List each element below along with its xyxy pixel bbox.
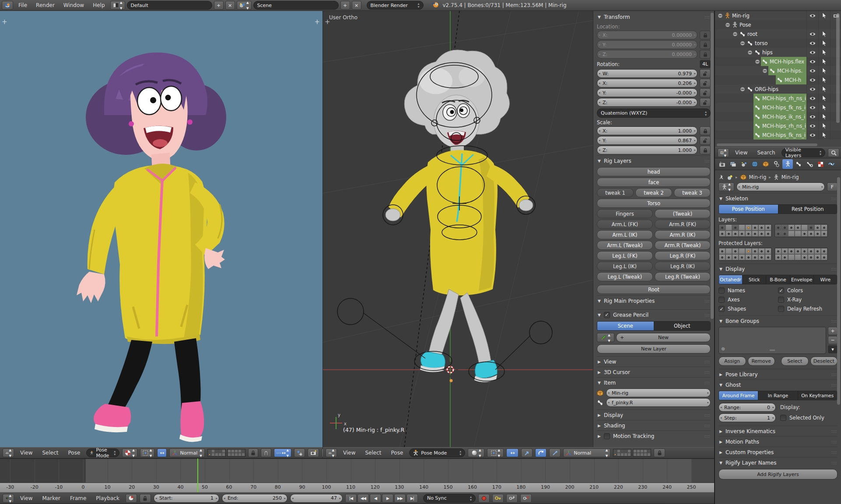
restrict-select-icon[interactable]: [818, 130, 830, 140]
editor-type-info-icon[interactable]: [2, 1, 13, 10]
panel-rig-layers-header[interactable]: ▼Rig Layers::::: [597, 155, 711, 166]
grease-pencil-draw-dropdown[interactable]: ▴▾: [597, 333, 614, 342]
expand-icon[interactable]: [755, 59, 761, 64]
timeline-ruler[interactable]: -30-20-100102030405060708090100110120130…: [0, 483, 714, 492]
rotation-mode-dropdown[interactable]: Quaternion (WXYZ)▴▾: [597, 108, 711, 118]
panel-bone-groups-header[interactable]: ▼Bone Groups::::: [718, 315, 837, 326]
restrict-select-icon[interactable]: [818, 48, 830, 57]
restrict-select-icon[interactable]: [818, 75, 830, 84]
scene-icon[interactable]: ▴▾: [237, 1, 252, 10]
npanel-collapsed-plus-icon[interactable]: +: [314, 18, 320, 26]
rig-layer-leg-l-fk-[interactable]: Leg.L (FK): [597, 251, 653, 260]
panel-custom-properties-header[interactable]: ▶Custom Properties::::: [718, 447, 837, 457]
checkbox-axes[interactable]: [718, 297, 725, 303]
opengl-render-still-icon[interactable]: [308, 448, 319, 457]
lock-closed-icon[interactable]: [700, 50, 711, 59]
checkbox-names[interactable]: [718, 287, 725, 294]
eye-icon[interactable]: [806, 130, 818, 140]
panel-ghost-header[interactable]: ▼Ghost::::: [718, 379, 837, 390]
menu-frame[interactable]: Frame: [67, 495, 90, 501]
rig-layer-arm-l-fk-[interactable]: Arm.L (FK): [597, 220, 653, 229]
outliner-row-mch-hips-ik-ns-i[interactable]: MCH-hips_ik_ns_i: [715, 112, 841, 121]
checkbox-x-ray[interactable]: [778, 297, 784, 303]
editor-type-timeline-icon[interactable]: ▴▾: [3, 494, 14, 503]
pivot-point-dropdown[interactable]: ▴▾: [487, 448, 504, 457]
play-reverse-button[interactable]: ◀: [370, 494, 381, 503]
protected-layers-group-2[interactable]: [774, 248, 828, 261]
armature-layers-group-1[interactable]: [718, 224, 772, 237]
breadcrumb-object[interactable]: Min-rig: [749, 174, 767, 180]
next-keyframe-button[interactable]: ▶▶: [394, 494, 406, 503]
rig-layer-arm-l-tweak-[interactable]: Arm.L (Tweak): [597, 241, 653, 250]
panel-motion-tracking-header[interactable]: ▶Motion Tracking::::: [597, 430, 711, 441]
outliner-row-mch-hips-flex[interactable]: MCH-hips.flex: [715, 57, 841, 66]
layers-widget[interactable]: [207, 449, 245, 457]
jump-to-start-button[interactable]: |◀: [345, 494, 357, 503]
rig-layer-fingers[interactable]: Fingers: [597, 209, 653, 218]
search-icon[interactable]: [828, 148, 839, 157]
snap-magnet-icon[interactable]: [261, 448, 271, 457]
manipulator-toggle[interactable]: ↔: [506, 448, 519, 457]
restrict-select-icon[interactable]: [818, 94, 830, 103]
tab-on-keyframes[interactable]: On Keyframes: [798, 391, 837, 400]
lock-closed-icon[interactable]: [700, 40, 711, 49]
transform-field-rotation-z[interactable]: Z:-0.000: [597, 98, 697, 107]
lock-open-icon[interactable]: [700, 136, 711, 145]
menu-window[interactable]: Window: [60, 2, 88, 8]
properties-tab-bone-constraints[interactable]: [804, 159, 815, 169]
restrict-select-icon[interactable]: [818, 11, 830, 20]
checkbox-colors[interactable]: ✓: [778, 287, 784, 294]
selected-only-checkbox[interactable]: [780, 415, 786, 421]
menu-help[interactable]: Help: [89, 2, 108, 8]
lock-open-icon[interactable]: [700, 88, 711, 97]
menu-pose[interactable]: Pose: [388, 450, 407, 456]
rig-layer-leg-r-ik-[interactable]: Leg.R (IK): [655, 262, 711, 271]
outliner-row-mch-hips-rh-ns-i[interactable]: MCH-hips_rh_ns_i: [715, 94, 841, 103]
bone-group-remove-button[interactable]: −: [828, 336, 837, 344]
mode-dropdown[interactable]: Pose Mode▴▾: [409, 448, 465, 457]
orientation-dropdown[interactable]: Normal▴▾: [563, 448, 610, 457]
eye-icon[interactable]: [806, 57, 818, 66]
panel-skeleton-header[interactable]: ▼Skeleton::::: [718, 193, 837, 203]
expand-icon[interactable]: [718, 13, 724, 18]
record-button[interactable]: [478, 494, 490, 503]
outliner-scrollbar[interactable]: [836, 14, 840, 123]
rig-layer-arm-r-ik-[interactable]: Arm.R (IK): [655, 230, 711, 239]
new-layer-button[interactable]: New Layer: [597, 344, 711, 354]
panel-item-header[interactable]: ▼Item::::: [597, 377, 711, 388]
properties-tab-bone[interactable]: [793, 159, 804, 169]
rig-layer--tweak-[interactable]: (Tweak): [655, 209, 711, 218]
panel-pose-library-header[interactable]: ▶Pose Library::::: [718, 369, 837, 379]
menu-select[interactable]: Select: [361, 450, 385, 456]
properties-tab-world[interactable]: [750, 159, 760, 169]
render-engine-dropdown[interactable]: Blender Render▴▾: [367, 1, 424, 10]
eye-icon[interactable]: [806, 48, 818, 57]
lock-to-scene-icon[interactable]: [248, 448, 258, 457]
lock-time-icon[interactable]: [140, 494, 151, 503]
outliner-filter-dropdown[interactable]: Visible Layers▴▾: [781, 148, 825, 157]
properties-tab-render[interactable]: [717, 159, 727, 169]
menu-file[interactable]: File: [15, 2, 31, 8]
outliner-row-mch-hips-fk-ns-i[interactable]: MCH-hips_fk_ns_i: [715, 103, 841, 112]
tab-rest-position[interactable]: Rest Position: [778, 205, 837, 214]
menu-view[interactable]: View: [17, 450, 36, 456]
expand-icon[interactable]: [732, 32, 739, 37]
eye-icon[interactable]: [806, 29, 818, 38]
rig-layer-arm-r-fk-[interactable]: Arm.R (FK): [655, 220, 711, 229]
current-frame-line[interactable]: [197, 458, 198, 492]
outliner-row-org-hips[interactable]: ORG-hips: [715, 84, 841, 94]
checkbox-delay-refresh[interactable]: [778, 306, 784, 312]
armature-icon[interactable]: [774, 175, 779, 180]
editor-type-outliner-icon[interactable]: ▴▾: [718, 148, 729, 157]
rig-layer-torso[interactable]: Torso: [597, 199, 711, 208]
panel-display-header[interactable]: ▼Display::::: [718, 263, 837, 274]
outliner-row-root[interactable]: root: [715, 29, 841, 38]
properties-tab-physics[interactable]: [826, 159, 837, 169]
eye-icon[interactable]: [806, 11, 818, 20]
display-mode-stick[interactable]: Stick: [742, 275, 766, 284]
jump-to-end-button[interactable]: ▶|: [406, 494, 418, 503]
id-type-icon[interactable]: ▴▾: [718, 182, 734, 191]
outliner-row-pose[interactable]: Pose: [715, 20, 841, 29]
display-mode-octahedr[interactable]: Octahedr: [719, 275, 742, 284]
item-object-name-field[interactable]: Min-rig: [606, 388, 711, 397]
